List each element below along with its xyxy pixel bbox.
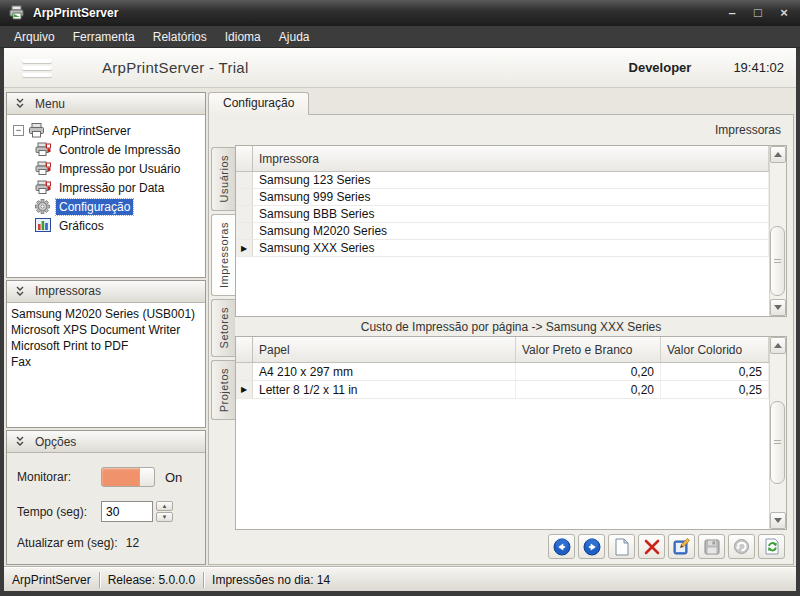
printer-name-cell[interactable]: Samsung BBB Series xyxy=(253,206,769,222)
spin-up-icon[interactable]: ▲ xyxy=(156,501,173,511)
printer-name-cell[interactable]: Samsung XXX Series xyxy=(253,240,769,256)
column-header-papel[interactable]: Papel xyxy=(253,337,516,362)
forward-icon[interactable] xyxy=(578,534,605,559)
row-selector-header xyxy=(236,337,253,362)
status-bar: ArpPrintServer Release: 5.0.0.0 Impressõ… xyxy=(4,567,796,591)
tab-configuracao[interactable]: Configuração xyxy=(208,92,309,115)
tab-strip: Configuração xyxy=(208,92,794,115)
edit-record-icon[interactable] xyxy=(668,534,695,559)
tree-node-configuracao[interactable]: Configuração xyxy=(11,197,201,216)
printers-grid-header: Impressora xyxy=(236,146,769,172)
table-row selected-row[interactable]: ▶ Samsung XXX Series xyxy=(236,240,769,257)
gear-icon xyxy=(35,199,52,214)
menu-panel-header[interactable]: Menu xyxy=(7,93,205,115)
bw-price-cell[interactable]: 0,20 xyxy=(516,363,661,380)
tree-node-usuario[interactable]: Impressão por Usuário xyxy=(11,159,201,178)
tree-node-label[interactable]: Controle de Impressão xyxy=(56,142,183,158)
table-row selected-row[interactable]: ▶ Letter 8 1/2 x 11 in 0,20 0,25 xyxy=(236,381,769,399)
status-app-name: ArpPrintServer xyxy=(4,573,99,587)
refresh-icon[interactable] xyxy=(758,534,785,559)
tree-node-label[interactable]: Configuração xyxy=(56,199,133,215)
printer-name-cell[interactable]: Samsung 123 Series xyxy=(253,172,769,188)
printers-panel: Impressoras Samsung M2020 Series (USB001… xyxy=(6,280,206,428)
user-role-label: Developer xyxy=(629,60,692,75)
row-selector xyxy=(236,206,253,222)
record-toolbar xyxy=(235,530,787,560)
printers-grid-scrollbar[interactable] xyxy=(769,146,786,316)
menu-arquivo[interactable]: Arquivo xyxy=(6,28,63,46)
table-row[interactable]: Samsung BBB Series xyxy=(236,206,769,223)
new-record-icon[interactable] xyxy=(608,534,635,559)
spin-down-icon[interactable]: ▼ xyxy=(156,512,173,522)
scroll-up-icon[interactable] xyxy=(770,337,786,354)
printer-list-item[interactable]: Microsoft XPS Document Writer xyxy=(11,322,201,338)
table-row[interactable]: Samsung 999 Series xyxy=(236,189,769,206)
scrollbar-thumb[interactable] xyxy=(770,401,785,483)
column-header-valor-pb[interactable]: Valor Preto e Branco xyxy=(516,337,661,362)
save-icon[interactable] xyxy=(698,534,725,559)
tree-node-label[interactable]: Impressão por Data xyxy=(56,180,167,196)
back-icon[interactable] xyxy=(548,534,575,559)
scroll-down-icon[interactable] xyxy=(770,512,786,529)
paper-cell[interactable]: A4 210 x 297 mm xyxy=(253,363,516,380)
monitor-label: Monitorar: xyxy=(17,470,101,484)
tree-node-label[interactable]: ArpPrintServer xyxy=(49,123,134,139)
color-price-cell[interactable]: 0,25 xyxy=(661,363,769,380)
menu-idioma[interactable]: Idioma xyxy=(217,28,269,46)
table-row[interactable]: Samsung M2020 Series xyxy=(236,223,769,240)
tree-node-root[interactable]: − ArpPrintServer xyxy=(11,121,201,140)
interval-label: Tempo (seg): xyxy=(17,505,101,519)
printer-list-item[interactable]: Fax xyxy=(11,354,201,370)
column-header-valor-colorido[interactable]: Valor Colorido xyxy=(661,337,769,362)
table-row[interactable]: Samsung 123 Series xyxy=(236,172,769,189)
printers-panel-title: Impressoras xyxy=(35,284,101,298)
maximize-button[interactable]: □ xyxy=(750,5,766,21)
paper-cell[interactable]: Letter 8 1/2 x 11 in xyxy=(253,381,516,398)
minimize-button[interactable]: – xyxy=(724,5,740,21)
tree-expander-icon[interactable]: − xyxy=(13,125,24,136)
tree-node-label[interactable]: Impressão por Usuário xyxy=(56,161,183,177)
tree-node-controle[interactable]: Controle de Impressão xyxy=(11,140,201,159)
color-price-cell[interactable]: 0,25 xyxy=(661,381,769,398)
scroll-down-icon[interactable] xyxy=(770,299,786,316)
printer-list-item[interactable]: Samsung M2020 Series (USB001) xyxy=(11,306,201,322)
delete-record-icon[interactable] xyxy=(638,534,665,559)
printer-report-icon xyxy=(35,142,52,157)
menu-relatorios[interactable]: Relatórios xyxy=(145,28,215,46)
cost-table-caption: Custo de Impressão por página -> Samsung… xyxy=(235,317,787,336)
tab-impressoras[interactable]: Impressoras xyxy=(211,214,235,296)
printer-list-item[interactable]: Microsoft Print to PDF xyxy=(11,338,201,354)
app-header: ArpPrintServer - Trial Developer 19:41:0… xyxy=(4,48,796,88)
sidebar: Menu − ArpPrintServer Controle de Impres… xyxy=(6,92,206,565)
undo-icon[interactable] xyxy=(728,534,755,559)
scroll-up-icon[interactable] xyxy=(770,146,786,163)
bw-price-cell[interactable]: 0,20 xyxy=(516,381,661,398)
printers-grid: Impressora Samsung 123 Series Samsung 99… xyxy=(235,145,787,317)
section-label: Impressoras xyxy=(211,119,787,145)
table-row[interactable]: A4 210 x 297 mm 0,20 0,25 xyxy=(236,363,769,381)
interval-input[interactable] xyxy=(101,501,153,522)
cost-grid: Papel Valor Preto e Branco Valor Colorid… xyxy=(235,336,787,530)
clock-label: 19:41:02 xyxy=(733,60,784,75)
menu-ajuda[interactable]: Ajuda xyxy=(271,28,318,46)
options-panel-header[interactable]: Opções xyxy=(7,431,205,453)
close-button[interactable]: × xyxy=(776,5,792,21)
tree-node-data[interactable]: Impressão por Data xyxy=(11,178,201,197)
printer-name-cell[interactable]: Samsung 999 Series xyxy=(253,189,769,205)
hamburger-menu-icon[interactable] xyxy=(22,59,52,77)
monitor-toggle[interactable] xyxy=(101,467,155,487)
window-title: ArpPrintServer xyxy=(33,6,724,20)
printer-name-cell[interactable]: Samsung M2020 Series xyxy=(253,223,769,239)
tree-node-graficos[interactable]: Gráficos xyxy=(11,216,201,235)
tab-usuarios[interactable]: Usuários xyxy=(211,147,235,211)
tab-projetos[interactable]: Projetos xyxy=(211,360,235,420)
menu-ferramenta[interactable]: Ferramenta xyxy=(65,28,143,46)
tab-setores[interactable]: Setores xyxy=(211,299,235,357)
scrollbar-thumb[interactable] xyxy=(770,226,785,297)
printer-report-icon xyxy=(35,161,52,176)
row-selector xyxy=(236,223,253,239)
cost-grid-scrollbar[interactable] xyxy=(769,337,786,529)
printers-panel-header[interactable]: Impressoras xyxy=(7,281,205,303)
column-header-impressora[interactable]: Impressora xyxy=(253,146,769,171)
tree-node-label[interactable]: Gráficos xyxy=(56,218,107,234)
